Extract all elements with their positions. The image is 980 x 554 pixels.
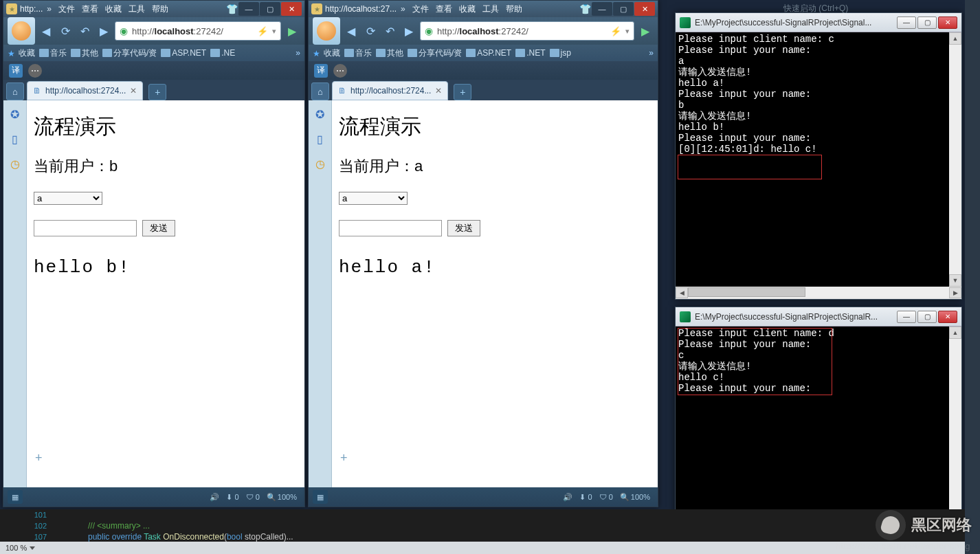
bolt-icon[interactable]: ⚡ <box>257 26 268 36</box>
status-icon[interactable]: ▦ <box>313 490 328 504</box>
tab-close-icon[interactable]: ✕ <box>435 86 442 96</box>
new-tab-button[interactable]: + <box>454 84 471 100</box>
side-clock-icon[interactable]: ◷ <box>8 157 22 170</box>
bookmark-favorites[interactable]: ★收藏 <box>313 47 340 59</box>
menu-help[interactable]: 帮助 <box>149 2 171 16</box>
user-avatar[interactable] <box>8 17 35 45</box>
console-body[interactable]: Please input client name: d Please input… <box>676 326 961 540</box>
send-button[interactable]: 发送 <box>142 220 175 236</box>
vertical-scrollbar[interactable]: ▲ ▼ <box>949 32 961 287</box>
bookmark-favorites[interactable]: ★收藏 <box>8 47 35 59</box>
undo-button[interactable]: ↶ <box>76 23 93 39</box>
dropdown-icon[interactable] <box>30 546 35 550</box>
home-button[interactable]: ⌂ <box>311 82 329 100</box>
address-bar[interactable]: ◉ http://localhost:27242/ ⚡ ▾ <box>115 21 281 41</box>
maximize-button[interactable]: ▢ <box>917 16 937 29</box>
menu-file[interactable]: 文件 <box>410 2 432 16</box>
forward-button[interactable]: ▶ <box>96 23 112 39</box>
zoom-control[interactable]: 🔍 100% <box>620 493 650 502</box>
message-input[interactable] <box>339 220 442 236</box>
download-icon[interactable]: ⬇ 0 <box>226 493 238 502</box>
close-button[interactable]: ✕ <box>634 2 655 16</box>
block-icon[interactable]: 🛡 0 <box>599 493 613 501</box>
zoom-control[interactable]: 🔍 100% <box>267 493 297 502</box>
home-button[interactable]: ⌂ <box>6 82 24 100</box>
bookmark-item[interactable]: 其他 <box>376 47 403 59</box>
minimize-button[interactable]: — <box>897 311 916 323</box>
ext-icon[interactable]: 译 <box>9 64 23 78</box>
skin-icon[interactable]: 👕 <box>579 3 591 15</box>
menu-tools[interactable]: 工具 <box>480 2 502 16</box>
dropdown-icon[interactable]: ▾ <box>625 27 630 36</box>
user-avatar[interactable] <box>313 17 340 45</box>
new-tab-button[interactable]: + <box>148 84 166 100</box>
user-select[interactable]: a <box>34 192 102 205</box>
menu-help[interactable]: 帮助 <box>503 2 525 16</box>
tab-close-icon[interactable]: ✕ <box>130 86 137 96</box>
bookmark-item[interactable]: 分享代码/资 <box>408 47 462 59</box>
go-button[interactable]: ▶ <box>637 23 654 39</box>
tab-active[interactable]: 🗎 http://localhost:2724... ✕ <box>332 81 448 100</box>
back-button[interactable]: ◀ <box>38 23 54 39</box>
scroll-left-icon[interactable]: ◀ <box>676 287 688 298</box>
scroll-down-icon[interactable]: ▼ <box>949 274 961 287</box>
go-button[interactable]: ▶ <box>284 23 300 39</box>
menu-tools[interactable]: 工具 <box>126 2 148 16</box>
skin-icon[interactable]: 👕 <box>225 3 238 15</box>
menu-view[interactable]: 查看 <box>79 2 101 16</box>
scroll-up-icon[interactable]: ▲ <box>949 32 961 45</box>
console-body[interactable]: Please input client name: c Please input… <box>676 32 961 287</box>
add-tab-bottom[interactable]: + <box>340 451 348 465</box>
side-mobile-icon[interactable]: ▯ <box>313 132 327 146</box>
minimize-button[interactable]: — <box>897 16 916 29</box>
dropdown-icon[interactable]: ▾ <box>272 27 276 36</box>
add-tab-bottom[interactable]: + <box>35 451 43 465</box>
minimize-button[interactable]: — <box>238 2 259 16</box>
maximize-button[interactable]: ▢ <box>260 2 280 16</box>
tab-active[interactable]: 🗎 http://localhost:2724... ✕ <box>27 81 143 100</box>
undo-button[interactable]: ↶ <box>381 23 398 39</box>
address-bar[interactable]: ◉ http://localhost:27242/ ⚡ ▾ <box>420 21 634 41</box>
ext-icon[interactable]: 译 <box>314 64 328 78</box>
block-icon[interactable]: 🛡 0 <box>246 493 260 501</box>
more-icon[interactable]: ⋯ <box>28 64 42 78</box>
vertical-scrollbar[interactable]: ▲ ▼ <box>949 326 961 540</box>
user-select[interactable]: a <box>339 192 408 205</box>
zoom-level[interactable]: 100 % <box>5 544 27 552</box>
more-bookmarks-icon[interactable]: » <box>649 48 654 58</box>
horizontal-scrollbar[interactable]: ◀ ▶ <box>676 287 961 299</box>
maximize-button[interactable]: ▢ <box>917 311 937 323</box>
sound-icon[interactable]: 🔊 <box>210 493 219 502</box>
bookmark-item[interactable]: 分享代码/资 <box>102 47 157 59</box>
bookmark-item[interactable]: 音乐 <box>344 47 372 59</box>
close-button[interactable]: ✕ <box>281 2 302 16</box>
bookmark-item[interactable]: jsp <box>550 48 571 58</box>
download-icon[interactable]: ⬇ 0 <box>579 493 592 502</box>
side-star-icon[interactable]: ✪ <box>313 107 327 121</box>
side-mobile-icon[interactable]: ▯ <box>8 132 22 146</box>
bookmark-item[interactable]: ASP.NET <box>466 48 511 58</box>
status-icon[interactable]: ▦ <box>8 490 23 504</box>
menu-file[interactable]: 文件 <box>56 2 78 16</box>
refresh-button[interactable]: ⟳ <box>362 23 379 39</box>
bookmark-item[interactable]: .NE <box>210 48 235 58</box>
message-input[interactable] <box>34 220 137 236</box>
maximize-button[interactable]: ▢ <box>613 2 634 16</box>
refresh-button[interactable]: ⟳ <box>57 23 74 39</box>
close-button[interactable]: ✕ <box>938 311 957 323</box>
send-button[interactable]: 发送 <box>447 220 480 236</box>
side-star-icon[interactable]: ✪ <box>8 107 22 121</box>
more-bookmarks-icon[interactable]: » <box>296 48 300 58</box>
side-clock-icon[interactable]: ◷ <box>313 157 327 170</box>
menu-view[interactable]: 查看 <box>433 2 455 16</box>
menu-fav[interactable]: 收藏 <box>102 2 124 16</box>
more-icon[interactable]: ⋯ <box>333 64 347 78</box>
bookmark-item[interactable]: ASP.NET <box>161 48 206 58</box>
scroll-up-icon[interactable]: ▲ <box>949 326 961 339</box>
bookmark-item[interactable]: .NET <box>515 48 545 58</box>
back-button[interactable]: ◀ <box>343 23 359 39</box>
close-button[interactable]: ✕ <box>938 16 957 29</box>
bookmark-item[interactable]: 音乐 <box>39 47 67 59</box>
scroll-right-icon[interactable]: ▶ <box>949 287 961 298</box>
menu-fav[interactable]: 收藏 <box>456 2 478 16</box>
